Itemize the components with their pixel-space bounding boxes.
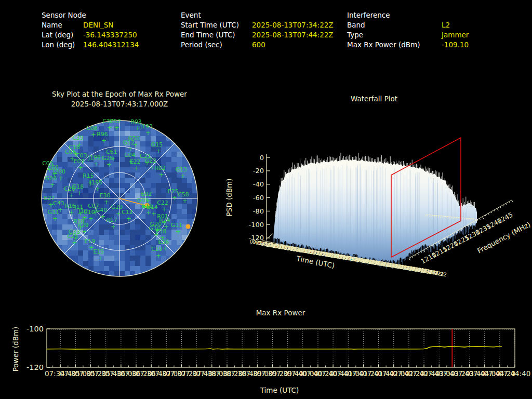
svg-text:+: + [116, 210, 121, 217]
svg-text:+: + [114, 124, 119, 131]
svg-text:+: + [95, 185, 100, 193]
waterfall-title: Waterfall Plot [223, 94, 525, 104]
sky-plot-title-block: Sky Plot at the Epoch of Max Rx Power 20… [29, 89, 210, 109]
svg-text:1245: 1245 [496, 210, 514, 225]
sky-plot-subtitle: 2025-08-13T07:43:17.000Z [29, 99, 210, 109]
event-title: Event [181, 10, 201, 20]
sensor-node-title: Sensor Node [42, 10, 86, 20]
svg-text:-100: -100 [248, 221, 264, 229]
event-end-label: End Time (UTC) [181, 30, 252, 40]
sky-plot-title: Sky Plot at the Epoch of Max Rx Power [29, 89, 210, 99]
svg-text:0: 0 [260, 154, 264, 162]
interference-panel: Interference BandL2 TypeJammer Max Rx Po… [347, 10, 469, 50]
svg-text:+: + [50, 181, 55, 189]
svg-text:+: + [135, 125, 140, 132]
event-period-label: Period (sec) [181, 40, 252, 50]
svg-text:+: + [180, 172, 185, 180]
interference-power-value: -109.10 [442, 40, 469, 50]
svg-text:+: + [176, 228, 181, 235]
svg-text:+: + [107, 124, 112, 131]
svg-text:+: + [69, 209, 74, 216]
svg-text:+: + [172, 194, 177, 202]
svg-text:+: + [126, 215, 131, 222]
max-rx-power-plot: 07:34:4007:35:0007:35:2007:35:4007:36:00… [0, 304, 532, 386]
svg-text:+: + [88, 215, 94, 222]
event-end-value: 2025-08-13T07:44:22Z [252, 30, 334, 40]
svg-text:+: + [77, 190, 82, 197]
svg-text:+: + [162, 206, 167, 213]
svg-text:+: + [91, 131, 96, 138]
svg-text:+: + [145, 129, 151, 137]
sensor-lon-value: 146.404312134 [83, 40, 139, 50]
interference-band-label: Band [347, 20, 442, 30]
sensor-lon-label: Lon (deg) [42, 40, 83, 50]
svg-text:+: + [100, 213, 105, 220]
waterfall-plot: 0-20-40-60-80-100-120PSD (dBm)1210121512… [223, 119, 532, 291]
event-period-value: 600 [252, 40, 265, 50]
svg-text:+: + [72, 239, 77, 246]
sensor-name-value: DENI_SN [83, 20, 113, 30]
svg-text:+: + [101, 137, 107, 144]
svg-text:-60: -60 [253, 194, 264, 202]
svg-text:+: + [156, 252, 161, 259]
interference-title: Interference [347, 10, 390, 20]
svg-text:+: + [52, 215, 58, 222]
interference-band-value: L2 [442, 20, 450, 30]
interference-type-label: Type [347, 30, 442, 40]
event-panel: Event Start Time (UTC)2025-08-13T07:34:2… [181, 10, 334, 50]
svg-text:+: + [163, 245, 168, 252]
interference-type-value: Jammer [442, 30, 469, 40]
svg-text:+: + [111, 223, 116, 230]
sensor-node-panel: Sensor Node NameDENI_SN Lat (deg)-36.143… [42, 10, 139, 50]
svg-text:+: + [98, 255, 103, 262]
sensor-name-label: Name [42, 20, 83, 30]
svg-text:07:44:40: 07:44:40 [499, 369, 531, 378]
interference-power-label: Max Rx Power (dBm) [347, 40, 442, 50]
svg-text:-20: -20 [253, 167, 264, 175]
svg-text:+: + [134, 165, 139, 172]
svg-text:-40: -40 [253, 180, 264, 188]
svg-text:-80: -80 [253, 207, 264, 215]
svg-text:+: + [156, 148, 161, 155]
svg-text:+: + [182, 197, 188, 205]
svg-text:+: + [78, 164, 83, 171]
sensor-lat-label: Lat (deg) [42, 30, 83, 40]
svg-text:+: + [151, 210, 156, 217]
svg-text:+: + [104, 198, 109, 206]
event-start-value: 2025-08-13T07:34:22Z [252, 20, 334, 30]
svg-text:+: + [159, 171, 164, 178]
svg-text:-120: -120 [26, 363, 44, 371]
svg-text:+: + [69, 192, 74, 199]
svg-text:+: + [58, 175, 63, 182]
svg-text:+: + [82, 228, 87, 235]
event-start-label: Start Time (UTC) [181, 20, 252, 30]
svg-text:+: + [94, 161, 99, 168]
sky-plot: C32+C52+R03+J193+C08+R96+C39+G50+G12+C18… [36, 115, 203, 282]
svg-text:PSD (dBm): PSD (dBm) [225, 179, 233, 217]
svg-text:+: + [107, 161, 112, 168]
svg-text:+: + [111, 155, 116, 162]
sensor-lat-value: -36.143337250 [83, 30, 137, 40]
svg-text:07:44:22: 07:44:22 [423, 268, 447, 277]
power-plot-xlabel: Time (UTC) [124, 385, 435, 395]
svg-text:-100: -100 [26, 325, 44, 333]
